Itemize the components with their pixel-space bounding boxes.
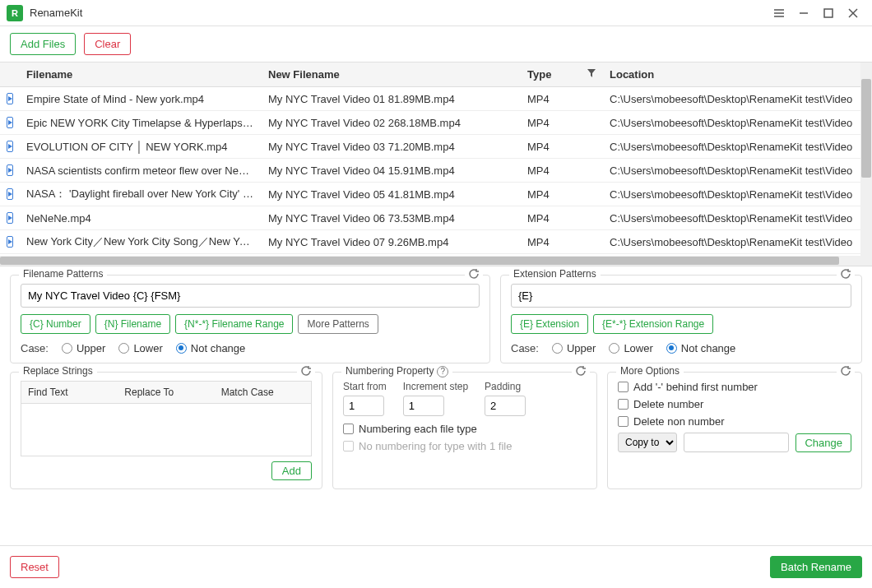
col-find: Find Text: [21, 382, 118, 403]
filter-icon[interactable]: [587, 68, 596, 81]
menu-icon[interactable]: [767, 2, 791, 25]
header-newname[interactable]: New Filename: [262, 63, 521, 86]
extension-pattern-input[interactable]: [511, 284, 851, 308]
add-files-button[interactable]: Add Files: [10, 33, 76, 55]
radio-notchange[interactable]: Not change: [176, 342, 246, 354]
clear-button[interactable]: Clear: [84, 33, 131, 55]
refresh-icon[interactable]: [837, 365, 855, 379]
cell-location: C:\Users\mobeesoft\Desktop\RenameKit tes…: [603, 137, 872, 157]
copyto-path[interactable]: [684, 433, 789, 452]
cell-type: MP4: [521, 160, 603, 181]
cell-newname: My NYC Travel Video 05 41.81MB.mp4: [262, 184, 521, 205]
video-file-icon: [7, 141, 13, 152]
cell-location: C:\Users\mobeesoft\Desktop\RenameKit tes…: [603, 208, 872, 229]
horizontal-scrollbar[interactable]: [0, 256, 872, 266]
refresh-icon[interactable]: [465, 268, 483, 282]
chip-e-range[interactable]: {E*-*} Extension Range: [593, 314, 713, 334]
video-file-icon: [7, 93, 13, 104]
radio-upper[interactable]: Upper: [62, 342, 105, 354]
file-table: Filename New Filename Type Location Empi…: [0, 63, 872, 266]
check-add-dash[interactable]: Add '-' behind first number: [618, 381, 851, 393]
chip-more-patterns[interactable]: More Patterns: [298, 314, 378, 334]
cell-type: MP4: [521, 232, 603, 252]
cell-newname: My NYC Travel Video 03 71.20MB.mp4: [262, 137, 521, 157]
help-icon[interactable]: ?: [437, 366, 448, 377]
refresh-icon[interactable]: [572, 365, 590, 379]
header-filename[interactable]: Filename: [20, 63, 262, 86]
radio-notchange-ext[interactable]: Not change: [666, 342, 736, 354]
maximize-button[interactable]: [816, 2, 841, 25]
padding-input[interactable]: [485, 396, 526, 416]
replace-table: Find Text Replace To Match Case: [21, 381, 312, 456]
start-from-input[interactable]: [343, 396, 384, 416]
header-type[interactable]: Type: [521, 63, 603, 86]
copyto-select[interactable]: Copy to: [618, 433, 677, 452]
check-no-num-single[interactable]: No numbering for type with 1 file: [343, 440, 587, 452]
case-label: Case:: [21, 342, 49, 354]
header-location[interactable]: Location: [603, 63, 872, 86]
table-row[interactable]: NASA： 'Daylight fireball over New York C…: [0, 183, 872, 206]
video-file-icon: [7, 117, 13, 128]
footer: Reset Batch Rename: [0, 545, 872, 588]
col-match: Match Case: [215, 382, 311, 403]
video-file-icon: [7, 212, 13, 224]
filename-patterns-panel: Filename Patterns {C} Number {N} Filenam…: [10, 275, 490, 363]
minimize-button[interactable]: [791, 2, 816, 25]
panel-title: Replace Strings: [19, 365, 97, 377]
filename-pattern-input[interactable]: [21, 284, 480, 308]
col-replace: Replace To: [118, 382, 214, 403]
cell-newname: My NYC Travel Video 04 15.91MB.mp4: [262, 160, 521, 181]
reset-button[interactable]: Reset: [10, 556, 59, 578]
cell-filename: NeNeNe.mp4: [20, 208, 262, 229]
radio-lower[interactable]: Lower: [118, 342, 162, 354]
chip-e-extension[interactable]: {E} Extension: [511, 314, 588, 334]
table-row[interactable]: Epic NEW YORK City Timelapse & Hyperlaps…: [0, 111, 872, 135]
chip-n-filename[interactable]: {N} Filename: [95, 314, 170, 334]
radio-lower-ext[interactable]: Lower: [609, 342, 652, 354]
cell-filename: NASA scientists confirm meteor flew over…: [20, 160, 262, 181]
cell-location: C:\Users\mobeesoft\Desktop\RenameKit tes…: [603, 89, 872, 109]
table-row[interactable]: New York City／New York City Song／New Yor…: [0, 230, 872, 254]
table-row[interactable]: Empire State of Mind - New york.mp4My NY…: [0, 87, 872, 111]
check-each-type[interactable]: Numbering each file type: [343, 423, 587, 435]
table-row[interactable]: NeNeNe.mp4My NYC Travel Video 06 73.53MB…: [0, 206, 872, 230]
start-from-label: Start from: [343, 381, 387, 392]
case-label: Case:: [511, 342, 539, 354]
cell-type: MP4: [521, 89, 603, 109]
cell-type: MP4: [521, 184, 603, 205]
cell-type: MP4: [521, 113, 603, 133]
cell-location: C:\Users\mobeesoft\Desktop\RenameKit tes…: [603, 232, 872, 252]
radio-upper-ext[interactable]: Upper: [552, 342, 596, 354]
close-button[interactable]: [841, 2, 865, 25]
cell-type: MP4: [521, 137, 603, 157]
cell-newname: My NYC Travel Video 07 9.26MB.mp4: [262, 232, 521, 252]
table-header: Filename New Filename Type Location: [0, 63, 872, 87]
batch-rename-button[interactable]: Batch Rename: [770, 556, 862, 578]
titlebar: R RenameKit: [0, 0, 872, 26]
change-button[interactable]: Change: [795, 433, 851, 452]
video-file-icon: [7, 236, 13, 248]
check-delete-num[interactable]: Delete number: [618, 398, 851, 410]
padding-label: Padding: [485, 381, 526, 392]
add-replace-button[interactable]: Add: [271, 461, 312, 480]
table-row[interactable]: EVOLUTION OF CITY │ NEW YORK.mp4My NYC T…: [0, 135, 872, 159]
refresh-icon[interactable]: [297, 365, 315, 379]
cell-type: MP4: [521, 208, 603, 229]
cell-location: C:\Users\mobeesoft\Desktop\RenameKit tes…: [603, 184, 872, 205]
increment-input[interactable]: [403, 396, 444, 416]
app-title: RenameKit: [30, 7, 82, 19]
vertical-scrollbar[interactable]: [860, 63, 872, 266]
chip-c-number[interactable]: {C} Number: [21, 314, 90, 334]
more-options-panel: More Options Add '-' behind first number…: [607, 372, 862, 489]
cell-filename: Epic NEW YORK City Timelapse & Hyperlaps…: [20, 113, 262, 133]
chip-n-range[interactable]: {N*-*} Filename Range: [175, 314, 293, 334]
numbering-panel: Numbering Property? Start from Increment…: [332, 372, 597, 489]
app-logo-icon: R: [7, 5, 23, 21]
panel-title: Filename Patterns: [19, 268, 107, 280]
table-row[interactable]: NASA scientists confirm meteor flew over…: [0, 159, 872, 183]
refresh-icon[interactable]: [837, 268, 855, 282]
cell-newname: My NYC Travel Video 01 81.89MB.mp4: [262, 89, 521, 109]
cell-newname: My NYC Travel Video 06 73.53MB.mp4: [262, 208, 521, 229]
cell-location: C:\Users\mobeesoft\Desktop\RenameKit tes…: [603, 113, 872, 133]
check-delete-nonnum[interactable]: Delete non number: [618, 415, 851, 428]
